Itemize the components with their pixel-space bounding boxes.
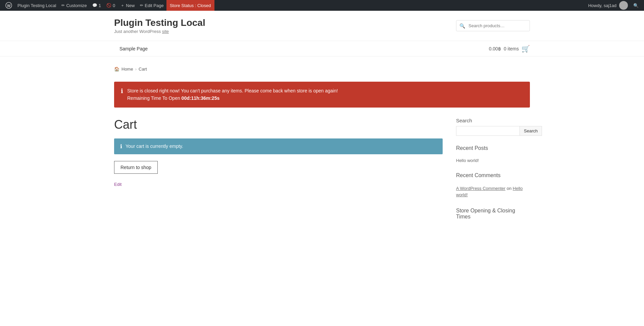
alert-icon: ℹ [121, 87, 123, 95]
adminbar-howdy: Howdy, saj1ad [588, 3, 616, 8]
adminbar-customize[interactable]: ✏ Customize [59, 0, 89, 11]
sidebar-search-widget: Search Search [456, 118, 530, 136]
header-search: 🔍 [456, 20, 530, 31]
sidebar-comment-on: on [507, 186, 511, 191]
sidebar-post-hello-world[interactable]: Hello world! [456, 158, 530, 163]
sidebar-recent-posts: Recent Posts Hello world! [456, 145, 530, 163]
page-content: 🏠 Home › Cart ℹ Store is closed right no… [0, 56, 644, 239]
cart-empty-notice: ℹ Your cart is currently empty. [114, 138, 443, 154]
home-icon: 🏠 [114, 67, 119, 72]
adminbar-site-name[interactable]: Plugin Testing Local [15, 0, 59, 11]
sidebar-store-times-widget: Store Opening & Closing Times [456, 208, 530, 222]
cart-empty-icon: ℹ [120, 143, 122, 150]
adminbar-avatar [619, 1, 628, 10]
adminbar-store-status[interactable]: Store Status : Closed [166, 0, 214, 11]
sidebar-commenter-link[interactable]: A WordPress Commenter [456, 186, 505, 191]
cart-info: 0.00฿ 0 items 🛒 [489, 45, 530, 53]
breadcrumb-home[interactable]: Home [121, 67, 133, 72]
search-products-input[interactable] [456, 20, 530, 31]
cart-empty-text: Your cart is currently empty. [126, 144, 183, 149]
sidebar-search-button[interactable]: Search [519, 126, 542, 136]
sidebar-search-input[interactable] [456, 126, 519, 136]
cart-heading: Cart [114, 118, 443, 132]
return-to-shop-button[interactable]: Return to shop [114, 161, 158, 174]
store-closed-alert: ℹ Store is closed right now! You can't p… [114, 82, 530, 108]
sidebar-store-times-heading: Store Opening & Closing Times [456, 208, 530, 222]
adminbar-comments[interactable]: 💬 1 [90, 0, 104, 11]
tagline-link[interactable]: site [162, 29, 169, 34]
breadcrumb-current: Cart [139, 67, 147, 72]
search-products-wrap: 🔍 [456, 20, 530, 31]
site-wrapper: Plugin Testing Local Just another WordPr… [0, 11, 644, 326]
alert-countdown: 00d:11h:36m:25s [182, 95, 220, 101]
alert-text: Store is closed right now! You can't pur… [127, 87, 338, 102]
content-columns: Cart ℹ Your cart is currently empty. Ret… [114, 118, 530, 232]
cart-basket-icon[interactable]: 🛒 [522, 45, 530, 53]
alert-remaining-label: Remaining Time To Open [127, 95, 180, 101]
sidebar-comment-item: A WordPress Commenter on Hello world! [456, 185, 530, 198]
svg-text:W: W [7, 4, 11, 8]
adminbar-search-icon[interactable]: 🔍 [631, 0, 641, 11]
sidebar-search-label: Search [456, 118, 530, 123]
site-title[interactable]: Plugin Testing Local [114, 17, 205, 28]
admin-bar: W Plugin Testing Local ✏ Customize 💬 1 🚫… [0, 0, 644, 11]
breadcrumb-separator: › [135, 67, 137, 72]
adminbar-edit-page[interactable]: ✏ Edit Page [137, 0, 166, 11]
sidebar-recent-comments: Recent Comments A WordPress Commenter on… [456, 172, 530, 198]
sidebar-column: Search Search Recent Posts Hello world! … [456, 118, 530, 232]
adminbar-right: Howdy, saj1ad 🔍 [588, 0, 641, 11]
cart-price: 0.00฿ [489, 46, 501, 51]
site-branding: Plugin Testing Local Just another WordPr… [114, 17, 205, 34]
search-products-icon: 🔍 [459, 23, 465, 29]
site-header: Plugin Testing Local Just another WordPr… [0, 11, 644, 41]
nav-sample-page[interactable]: Sample Page [114, 41, 153, 56]
sidebar-recent-comments-heading: Recent Comments [456, 172, 530, 181]
adminbar-new[interactable]: ＋ New [118, 0, 137, 11]
site-nav: Sample Page 0.00฿ 0 items 🛒 [0, 41, 644, 56]
breadcrumb: 🏠 Home › Cart [114, 63, 530, 72]
sidebar-recent-posts-heading: Recent Posts [456, 145, 530, 154]
cart-items: 0 items [504, 46, 519, 51]
edit-cart-link[interactable]: Edit [114, 182, 443, 187]
site-tagline: Just another WordPress site [114, 29, 205, 34]
adminbar-wp-logo[interactable]: W [3, 0, 15, 11]
adminbar-spam[interactable]: 🚫 0 [104, 0, 118, 11]
main-nav: Sample Page [114, 41, 153, 56]
sidebar-search-row: Search [456, 126, 530, 136]
alert-message: Store is closed right now! You can't pur… [127, 88, 338, 93]
main-column: Cart ℹ Your cart is currently empty. Ret… [114, 118, 443, 187]
